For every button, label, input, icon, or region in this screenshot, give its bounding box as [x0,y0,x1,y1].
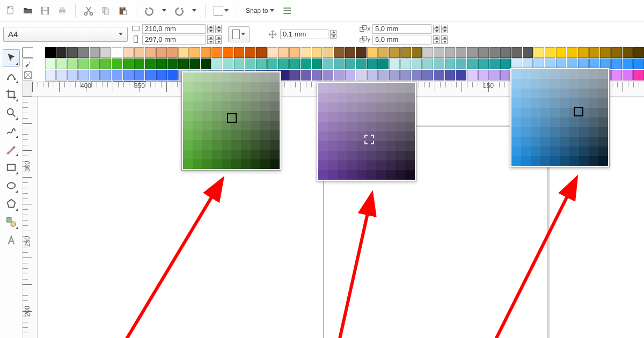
polygon-tool[interactable] [3,195,20,212]
color-swatch[interactable] [90,70,100,80]
shade-cell[interactable] [202,130,212,140]
shade-cell[interactable] [376,170,386,180]
color-swatch[interactable] [356,47,367,58]
shade-cell[interactable] [251,159,260,169]
shade-cell[interactable] [598,69,608,79]
shade-cell[interactable] [405,112,415,122]
shade-cell[interactable] [376,160,386,170]
color-swatch[interactable] [434,47,444,58]
color-swatch[interactable] [478,47,489,58]
shade-cell[interactable] [193,92,202,101]
shade-cell[interactable] [338,131,347,141]
shade-cell[interactable] [521,117,531,127]
height-spin-up-2[interactable] [215,35,222,40]
shade-cell[interactable] [347,160,357,170]
color-swatch[interactable] [545,47,555,58]
shade-cell[interactable] [347,141,357,151]
shade-cell[interactable] [183,111,193,121]
shade-cell[interactable] [511,108,521,117]
shade-cell[interactable] [347,112,357,122]
color-swatch[interactable] [178,58,189,69]
color-swatch[interactable] [289,70,300,80]
shade-cell[interactable] [550,146,560,156]
eyedropper-button[interactable] [23,58,33,69]
shade-cell[interactable] [260,72,270,82]
color-swatch[interactable] [623,70,633,80]
color-swatch[interactable] [334,47,345,58]
new-button[interactable] [3,3,18,18]
color-swatch[interactable] [278,47,289,58]
shade-cell[interactable] [222,101,231,111]
shade-cell[interactable] [251,150,260,159]
shade-cell[interactable] [531,108,540,117]
shade-cell[interactable] [328,151,338,160]
color-swatch[interactable] [100,47,111,58]
freehand-tool[interactable] [3,122,20,139]
color-swatch[interactable] [156,58,167,69]
color-swatch[interactable] [422,70,433,80]
color-swatch[interactable] [100,70,111,80]
shade-cell[interactable] [251,111,260,121]
text-tool[interactable] [3,232,20,249]
shade-cell[interactable] [193,121,202,130]
color-swatch[interactable] [389,47,400,58]
shade-cell[interactable] [193,72,202,82]
color-swatch[interactable] [478,58,489,69]
shade-cell[interactable] [376,141,386,151]
shade-cell[interactable] [531,127,540,137]
shade-cell[interactable] [579,137,589,146]
orientation-button[interactable] [228,26,250,42]
shade-cell[interactable] [560,98,569,108]
shade-cell[interactable] [579,108,589,117]
shade-cell[interactable] [338,151,347,160]
shade-cell[interactable] [569,117,579,127]
color-swatch[interactable] [45,47,56,58]
shade-cell[interactable] [318,151,328,160]
color-swatch[interactable] [245,47,255,58]
shade-cell[interactable] [202,111,212,121]
shade-cell[interactable] [560,69,569,79]
shade-cell[interactable] [251,130,260,140]
color-swatch[interactable] [45,70,56,80]
shade-cell[interactable] [540,146,550,156]
color-swatch[interactable] [211,58,222,69]
shade-cell[interactable] [222,159,231,169]
color-swatch[interactable] [301,58,311,69]
shade-cell[interactable] [193,159,202,169]
shade-cell[interactable] [318,93,328,102]
shade-cell[interactable] [540,98,550,108]
dupy-spin-up-2[interactable] [441,35,448,40]
shade-cell[interactable] [560,156,569,166]
color-swatch[interactable] [489,70,500,80]
shade-cell[interactable] [318,112,328,122]
shade-cell[interactable] [511,89,521,98]
shade-cell[interactable] [183,159,193,169]
shade-cell[interactable] [540,69,550,79]
shade-cell[interactable] [405,141,415,151]
shade-cell[interactable] [540,89,550,98]
shade-cell[interactable] [589,146,598,156]
color-swatch[interactable] [500,58,511,69]
shade-cell[interactable] [260,111,270,121]
shade-cell[interactable] [579,146,589,156]
shade-cell[interactable] [396,160,405,170]
color-swatch[interactable] [633,47,644,58]
shade-cell[interactable] [386,112,396,122]
shade-cell[interactable] [511,146,521,156]
color-swatch[interactable] [500,70,511,80]
shade-cell[interactable] [589,108,598,117]
color-swatch[interactable] [178,47,189,58]
color-swatch[interactable] [489,58,500,69]
shade-cell[interactable] [560,127,569,137]
shade-cell[interactable] [531,79,540,89]
color-swatch[interactable] [500,47,511,58]
shade-cell[interactable] [212,150,222,159]
shade-cell[interactable] [338,83,347,93]
shade-cell[interactable] [270,150,280,159]
shade-cell[interactable] [260,82,270,92]
color-swatch[interactable] [56,58,67,69]
shade-cell[interactable] [222,111,231,121]
shade-cell[interactable] [357,83,367,93]
shade-cell[interactable] [212,121,222,130]
color-swatch[interactable] [112,47,122,58]
